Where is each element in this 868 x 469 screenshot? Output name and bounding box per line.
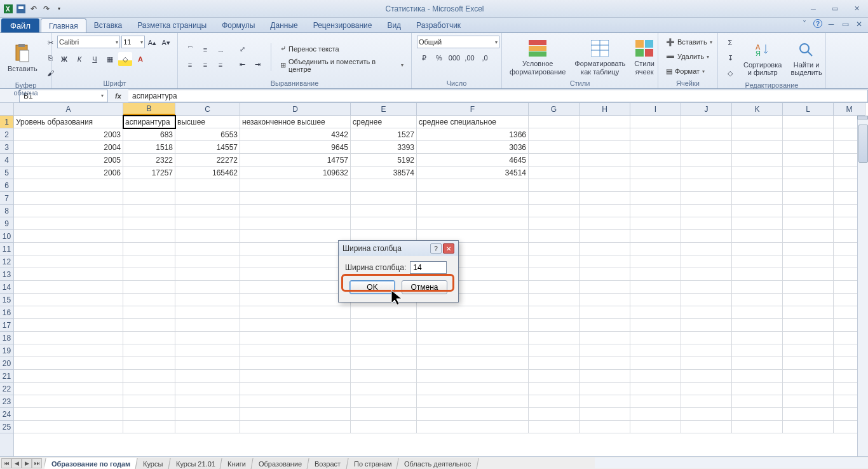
- cell[interactable]: [783, 294, 834, 306]
- excel-icon[interactable]: X: [3, 3, 14, 15]
- sheet-tab[interactable]: По странам: [346, 458, 400, 470]
- cell[interactable]: [732, 383, 783, 395]
- file-tab[interactable]: Файл: [1, 18, 39, 32]
- cell[interactable]: 2322: [123, 154, 175, 167]
- cell[interactable]: 1518: [123, 141, 175, 154]
- row-header[interactable]: 5: [0, 167, 13, 179]
- cell[interactable]: [14, 357, 123, 370]
- cell[interactable]: [175, 205, 240, 217]
- cancel-button[interactable]: Отмена: [402, 280, 447, 294]
- cell[interactable]: [732, 268, 783, 281]
- row-header[interactable]: 4: [0, 154, 13, 167]
- nav-last-icon[interactable]: ⏭: [32, 458, 42, 468]
- font-name-combo[interactable]: Calibri▾: [57, 36, 120, 48]
- row-header[interactable]: 18: [0, 332, 13, 344]
- cell[interactable]: [240, 243, 351, 255]
- cell[interactable]: [732, 167, 783, 179]
- cell[interactable]: [175, 268, 240, 281]
- cell[interactable]: 14757: [240, 154, 351, 167]
- cell[interactable]: незаконченное высшее: [240, 116, 351, 128]
- cell[interactable]: [14, 294, 123, 306]
- cell[interactable]: [417, 192, 529, 205]
- cell[interactable]: [732, 192, 783, 205]
- window-minimize-inner-icon[interactable]: ─: [826, 19, 836, 29]
- indent-decrease-icon[interactable]: ⇤: [235, 58, 249, 72]
- cell[interactable]: [14, 192, 123, 205]
- row-header[interactable]: 15: [0, 294, 13, 306]
- underline-button[interactable]: Ч: [88, 52, 102, 66]
- cell[interactable]: [529, 319, 580, 332]
- cell[interactable]: [580, 141, 630, 154]
- cell[interactable]: [417, 408, 529, 421]
- cell[interactable]: [529, 205, 580, 217]
- row-header[interactable]: 3: [0, 141, 13, 154]
- cell[interactable]: [580, 294, 630, 306]
- column-header[interactable]: M: [834, 103, 865, 115]
- cell[interactable]: [240, 344, 351, 357]
- cell[interactable]: [417, 357, 529, 370]
- cell[interactable]: [732, 217, 783, 230]
- insert-cells-button[interactable]: ➕Вставить▾: [663, 36, 712, 48]
- cell[interactable]: 4645: [417, 154, 529, 167]
- cell[interactable]: [580, 154, 630, 167]
- cell[interactable]: [580, 383, 630, 395]
- vertical-scrollbar[interactable]: [857, 116, 868, 456]
- cell[interactable]: [175, 255, 240, 268]
- sheet-tab[interactable]: Книги: [220, 458, 254, 470]
- indent-increase-icon[interactable]: ⇥: [250, 58, 264, 72]
- cell[interactable]: [681, 243, 732, 255]
- cell[interactable]: [240, 306, 351, 319]
- ribbon-tab[interactable]: Вставка: [86, 18, 130, 32]
- cell[interactable]: [783, 344, 834, 357]
- cell[interactable]: [681, 281, 732, 294]
- ribbon-tab[interactable]: Данные: [262, 18, 305, 32]
- cell[interactable]: [783, 370, 834, 383]
- cell[interactable]: [732, 319, 783, 332]
- minimize-button[interactable]: ─: [804, 4, 822, 14]
- cell[interactable]: [783, 395, 834, 408]
- cell[interactable]: [783, 268, 834, 281]
- cell[interactable]: [240, 192, 351, 205]
- cell[interactable]: [630, 243, 681, 255]
- ok-button[interactable]: OK: [349, 280, 395, 294]
- cell[interactable]: [14, 344, 123, 357]
- cell[interactable]: [175, 230, 240, 243]
- cell[interactable]: [175, 344, 240, 357]
- cell[interactable]: [681, 268, 732, 281]
- row-header[interactable]: 9: [0, 217, 13, 230]
- cell[interactable]: 2006: [14, 167, 123, 179]
- cell[interactable]: 1366: [417, 128, 529, 141]
- cell[interactable]: [14, 179, 123, 192]
- cell[interactable]: [630, 268, 681, 281]
- cell[interactable]: [351, 344, 417, 357]
- cell[interactable]: [351, 319, 417, 332]
- cell[interactable]: [580, 179, 630, 192]
- column-header[interactable]: J: [681, 103, 732, 115]
- cell[interactable]: [681, 344, 732, 357]
- cell[interactable]: [630, 421, 681, 433]
- currency-icon[interactable]: ₽: [417, 51, 431, 65]
- cell[interactable]: [630, 230, 681, 243]
- shrink-font-icon[interactable]: A▾: [159, 36, 172, 50]
- cell[interactable]: [175, 192, 240, 205]
- italic-button[interactable]: К: [72, 52, 86, 66]
- cell[interactable]: [529, 383, 580, 395]
- delete-cells-button[interactable]: ➖Удалить▾: [663, 50, 712, 63]
- row-header[interactable]: 22: [0, 383, 13, 395]
- cell[interactable]: [630, 128, 681, 141]
- row-header[interactable]: 21: [0, 370, 13, 383]
- ribbon-tab[interactable]: Вид: [379, 18, 409, 32]
- cell[interactable]: [580, 167, 630, 179]
- cell[interactable]: [123, 294, 175, 306]
- align-middle-icon[interactable]: ≡: [198, 43, 212, 57]
- row-header[interactable]: 8: [0, 205, 13, 217]
- cell[interactable]: [529, 141, 580, 154]
- cell[interactable]: 9645: [240, 141, 351, 154]
- cell[interactable]: [14, 205, 123, 217]
- select-all-corner[interactable]: [0, 103, 14, 116]
- cell[interactable]: [123, 179, 175, 192]
- align-center-icon[interactable]: ≡: [198, 58, 212, 72]
- cell[interactable]: [417, 332, 529, 344]
- cell[interactable]: [240, 383, 351, 395]
- cell[interactable]: [580, 205, 630, 217]
